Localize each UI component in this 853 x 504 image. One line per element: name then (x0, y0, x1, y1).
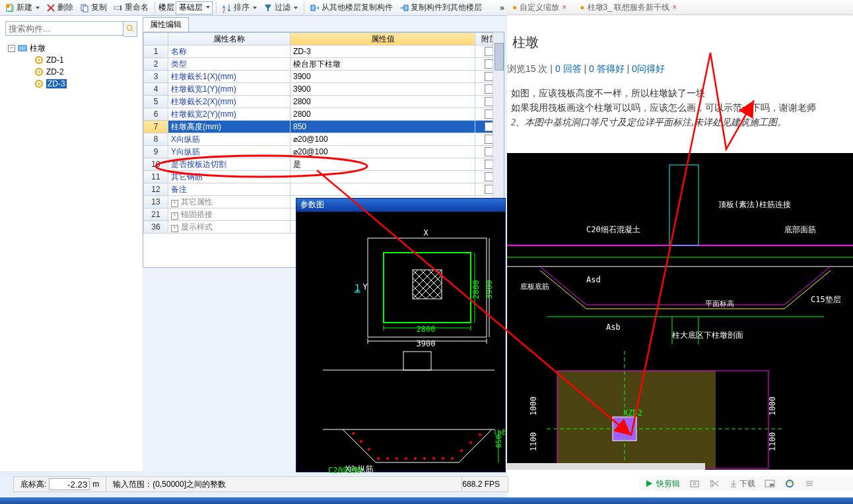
filter-button[interactable]: 过滤 (261, 1, 300, 14)
tree-item[interactable]: ZD-1 (8, 54, 143, 66)
prop-value[interactable]: 2800 (290, 108, 475, 121)
property-row[interactable]: 8X向纵筋⌀20@100 (144, 133, 504, 146)
svg-point-43 (386, 457, 389, 460)
svg-text:柱大底区下柱墩剖面: 柱大底区下柱墩剖面 (672, 331, 743, 340)
prop-value[interactable] (290, 183, 475, 196)
svg-marker-90 (646, 480, 652, 487)
stats-link[interactable]: 0 答得好 (589, 63, 625, 74)
svg-point-54 (460, 449, 463, 452)
property-row[interactable]: 1名称ZD-3 (144, 46, 504, 58)
copy-to-label: 复制构件到其他楼层 (411, 2, 482, 13)
tree-item-label: ZD-1 (46, 55, 64, 65)
download-button[interactable]: 下载 (729, 478, 755, 489)
svg-text:平面标高: 平面标高 (705, 299, 734, 308)
collapse-icon[interactable]: − (8, 45, 15, 52)
property-row[interactable]: 3柱墩截长1(X)(mm)3900 (144, 71, 504, 83)
settings-icon[interactable] (804, 478, 815, 489)
toolbar-overflow-icon[interactable]: » (500, 3, 504, 13)
stats-link[interactable]: 0问得好 (632, 63, 665, 74)
svg-point-56 (479, 433, 481, 436)
prop-name: X向纵筋 (168, 133, 290, 146)
prop-value[interactable]: 3900 (290, 83, 475, 96)
status-bar: 底标高: m 输入范围：(0,50000]之间的整数 688.2 FPS (13, 476, 508, 492)
row-index: 36 (144, 221, 168, 234)
filter-icon (263, 3, 273, 13)
prop-name: 柱墩高度(mm) (168, 121, 290, 133)
tree-item-label: ZD-2 (46, 67, 64, 77)
svg-point-49 (442, 457, 444, 460)
delete-button[interactable]: 删除 (44, 1, 76, 14)
svg-point-16 (38, 59, 40, 61)
scissors-icon[interactable] (709, 478, 720, 489)
prop-value[interactable]: 是 (290, 158, 475, 171)
svg-text:Z: Z (222, 9, 225, 13)
tree-root[interactable]: − 柱墩 (8, 42, 143, 54)
prop-value[interactable]: ZD-3 (290, 46, 475, 58)
status-hint: 输入范围：(0,50000]之间的整数 (106, 477, 462, 491)
filter-label: 过滤 (275, 2, 290, 13)
svg-point-94 (710, 484, 713, 487)
svg-point-51 (368, 448, 370, 451)
pip-icon[interactable] (765, 478, 775, 489)
prop-value[interactable]: ⌀20@100 (290, 146, 475, 158)
prop-value[interactable]: ⌀20@100 (290, 133, 475, 146)
property-row[interactable]: 7柱墩高度(mm)850 (144, 121, 504, 133)
property-row[interactable]: 9Y向纵筋⌀20@100 (144, 146, 504, 158)
sort-label: 排序 (234, 2, 250, 13)
copy-button[interactable]: 复制 (77, 1, 110, 14)
prop-value[interactable]: 850 (290, 121, 475, 133)
browser-tab[interactable]: ●柱墩3_ 联想服务新干线× (580, 2, 677, 13)
tree-item[interactable]: ZD-3 (8, 78, 143, 90)
floor-combo[interactable]: 基础层 (176, 1, 213, 15)
tree-item[interactable]: ZD-2 (8, 66, 143, 78)
svg-point-55 (469, 441, 472, 444)
copy-to-button[interactable]: 复制构件到其他楼层 (397, 1, 485, 14)
property-row[interactable]: 6柱墩截宽2(Y)(mm)2800 (144, 108, 504, 121)
prop-value[interactable]: 2800 (290, 96, 475, 108)
sort-button[interactable]: AZ 排序 (220, 1, 259, 14)
search-button[interactable] (123, 21, 137, 37)
close-icon[interactable]: × (562, 3, 566, 12)
play-icon (644, 479, 654, 488)
prop-value[interactable]: 棱台形下柱墩 (290, 58, 475, 71)
browser-tab[interactable]: ●自定义缩放× (512, 2, 566, 13)
property-row[interactable]: 10是否按板边切割是 (144, 158, 504, 171)
search-input[interactable] (5, 21, 123, 36)
property-row[interactable]: 4柱墩截宽1(Y)(mm)3900 (144, 83, 504, 96)
elevation-input[interactable] (49, 478, 90, 490)
capture-icon[interactable] (689, 478, 700, 489)
new-button[interactable]: 新建 (3, 1, 42, 14)
tab-label: 自定义缩放 (520, 2, 559, 13)
svg-rect-22 (384, 253, 471, 323)
svg-text:Asb: Asb (606, 323, 621, 332)
svg-text:X: X (423, 228, 428, 237)
svg-point-20 (38, 83, 40, 85)
svg-text:C15垫层: C15垫层 (811, 295, 841, 304)
new-label: 新建 (17, 2, 32, 13)
row-index: 5 (144, 96, 168, 108)
prop-value[interactable]: 3900 (290, 71, 475, 83)
property-row[interactable]: 11其它钢筋 (144, 171, 504, 183)
col-header-name: 属性名称 (168, 33, 290, 46)
param-diagram-title: 参数图 (296, 199, 505, 212)
rename-button[interactable]: 重命名 (111, 1, 151, 14)
svg-text:2800: 2800 (417, 325, 436, 334)
prop-value[interactable] (290, 171, 475, 183)
property-row[interactable]: 2类型棱台形下柱墩 (144, 58, 504, 71)
tree-root-label: 柱墩 (30, 43, 46, 54)
scrollbar-thumb[interactable] (495, 43, 504, 71)
property-row[interactable]: 5柱墩截长2(X)(mm)2800 (144, 96, 504, 108)
property-row[interactable]: 12备注 (144, 183, 504, 196)
svg-text:顶板(素法)柱筋连接: 顶板(素法)柱筋连接 (718, 200, 791, 209)
new-icon (5, 3, 15, 13)
stats-link[interactable]: 0 回答 (555, 63, 582, 74)
close-icon[interactable]: × (672, 3, 677, 12)
copy-from-button[interactable]: 从其他楼层复制构件 (308, 1, 395, 14)
quick-toolbar: 快剪辑 下载 (639, 476, 853, 491)
col-header-index (144, 33, 168, 46)
svg-text:3900: 3900 (417, 339, 436, 348)
svg-text:1000: 1000 (768, 396, 777, 416)
quick-clip-button[interactable]: 快剪辑 (644, 478, 680, 489)
svg-rect-6 (114, 7, 121, 9)
ie-icon[interactable] (784, 478, 795, 489)
